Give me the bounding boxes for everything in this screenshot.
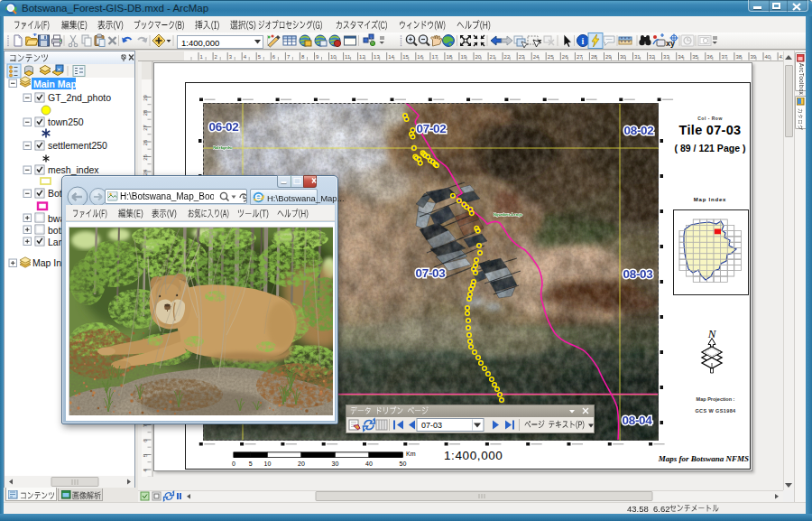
svg-text:07-03: 07-03 [421, 421, 442, 430]
